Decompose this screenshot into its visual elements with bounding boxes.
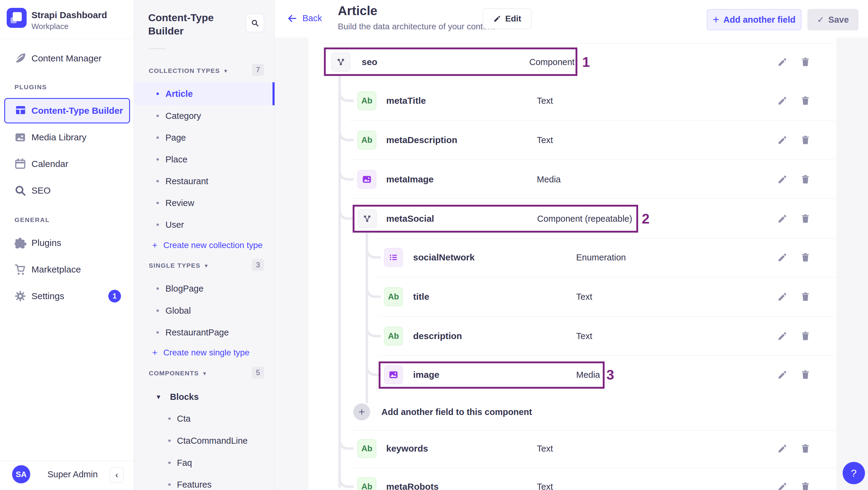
edit-field-icon[interactable] [777, 370, 787, 380]
delete-field-icon[interactable] [800, 331, 810, 341]
app-title: Strapi Dashboard [31, 10, 107, 20]
collapse-sidebar-button[interactable]: ‹ [110, 467, 124, 483]
plus-icon: + [152, 347, 158, 358]
subnav-item-restaurant[interactable]: Restaurant [165, 176, 208, 186]
delete-field-icon[interactable] [800, 370, 810, 380]
help-button[interactable]: ? [843, 462, 865, 484]
edit-field-icon[interactable] [777, 331, 787, 341]
field-row-name[interactable]: metaDescription [386, 135, 457, 145]
sidebar-item-content-manager[interactable]: Content Manager [31, 53, 102, 63]
field-row-name[interactable]: keywords [386, 443, 428, 454]
search-button[interactable] [246, 14, 264, 32]
field-row-type: Enumeration [576, 252, 626, 263]
delete-field-icon[interactable] [800, 443, 810, 454]
subnav-item-blogpage[interactable]: BlogPage [165, 284, 204, 294]
edit-field-icon[interactable] [777, 135, 787, 145]
subnav-item-article[interactable]: Article [165, 89, 193, 99]
divider [149, 49, 166, 49]
sidebar-item-settings[interactable]: Settings [31, 291, 64, 301]
sidebar-item-label: Content-Type Builder [31, 105, 123, 116]
content-type-builder-panel: Content-Type Builder COLLECTION TYPES▾ 7… [134, 0, 275, 490]
sidebar-item-media-library[interactable]: Media Library [31, 132, 87, 143]
subnav-item-category[interactable]: Category [165, 111, 201, 121]
save-button-label: Save [828, 15, 849, 25]
collection-types-count: 7 [252, 64, 264, 76]
sidebar-item-plugins[interactable]: Plugins [31, 238, 61, 248]
chevron-down-icon[interactable]: ▾ [157, 393, 160, 401]
annotation-label-3: 3 [607, 367, 614, 383]
delete-field-icon[interactable] [800, 174, 810, 184]
field-row-name[interactable]: socialNetwork [413, 252, 474, 263]
edit-field-icon[interactable] [777, 96, 787, 106]
subnav-item-place[interactable]: Place [165, 155, 187, 164]
field-row-name[interactable]: metaImage [386, 174, 434, 184]
field-row-name[interactable]: metaTitle [386, 96, 426, 106]
edit-field-icon[interactable] [777, 252, 787, 263]
subnav-item-user[interactable]: User [165, 220, 184, 230]
strapi-logo-shape [13, 12, 22, 21]
single-types-header[interactable]: SINGLE TYPES▾ [149, 262, 208, 269]
strapi-logo[interactable] [7, 8, 27, 28]
text-field-icon: Ab [358, 131, 376, 149]
annotation-label-2: 2 [642, 211, 650, 227]
fields-table: seo Component Ab metaTitle Text Ab metaD… [309, 37, 836, 490]
bullet: • [168, 435, 171, 446]
back-arrow-icon[interactable] [287, 13, 297, 23]
add-component-field-button[interactable]: + [353, 403, 370, 421]
gear-icon [14, 290, 27, 303]
enumeration-field-icon [384, 248, 403, 267]
edit-button[interactable]: Edit [483, 8, 531, 29]
edit-field-icon[interactable] [777, 174, 787, 184]
delete-field-icon[interactable] [800, 214, 810, 224]
bullet: • [156, 306, 159, 316]
subnav-item-page[interactable]: Page [165, 133, 186, 143]
subnav-item-restaurantpage[interactable]: RestaurantPage [165, 328, 229, 338]
edit-button-label: Edit [505, 14, 521, 24]
content-manager-icon [14, 52, 27, 65]
delete-field-icon[interactable] [800, 292, 810, 302]
sidebar-item-calendar[interactable]: Calendar [31, 159, 68, 169]
add-another-field-button[interactable]: + Add another field [707, 9, 802, 30]
subnav-item-global[interactable]: Global [165, 306, 191, 316]
edit-field-icon[interactable] [777, 292, 787, 302]
subnav-item-cta[interactable]: Cta [177, 414, 190, 424]
avatar[interactable]: SA [12, 465, 30, 483]
chevron-down-icon: ▾ [205, 263, 208, 269]
component-category-blocks[interactable]: Blocks [170, 392, 199, 402]
sidebar-item-seo[interactable]: SEO [31, 185, 51, 196]
edit-field-icon[interactable] [777, 214, 787, 224]
field-row-type: Text [537, 482, 553, 490]
add-component-field-label[interactable]: Add another field to this component [381, 407, 532, 417]
field-row-name[interactable]: metaRobots [386, 482, 438, 490]
main-sidebar: Strapi Dashboard Workplace Content Manag… [0, 0, 134, 490]
delete-field-icon[interactable] [800, 57, 810, 67]
field-row-name[interactable]: description [413, 331, 462, 341]
create-single-type-link[interactable]: Create new single type [163, 348, 249, 358]
create-collection-type-link[interactable]: Create new collection type [163, 241, 262, 250]
edit-field-icon[interactable] [777, 482, 787, 490]
edit-field-icon[interactable] [777, 443, 787, 454]
seo-search-icon [14, 184, 27, 197]
save-button[interactable]: ✓ Save [807, 9, 858, 30]
field-row-type: Text [576, 331, 592, 341]
delete-field-icon[interactable] [800, 135, 810, 145]
media-field-icon [358, 170, 376, 189]
delete-field-icon[interactable] [800, 482, 810, 490]
active-indicator [273, 82, 275, 105]
edit-field-icon[interactable] [777, 57, 787, 67]
delete-field-icon[interactable] [800, 252, 810, 263]
subnav-item-features[interactable]: Features [177, 480, 211, 490]
field-row-name[interactable]: title [413, 292, 429, 302]
delete-field-icon[interactable] [800, 96, 810, 106]
page-subtitle: Build the data architecture of your cont… [338, 22, 495, 31]
subnav-item-faq[interactable]: Faq [177, 458, 192, 468]
components-header[interactable]: COMPONENTS▾ [149, 370, 206, 377]
subnav-item-ctacommandline[interactable]: CtaCommandLine [177, 436, 248, 446]
chevron-down-icon: ▾ [203, 370, 206, 376]
subnav-item-review[interactable]: Review [165, 198, 194, 208]
back-link[interactable]: Back [303, 13, 322, 23]
collection-types-header[interactable]: COLLECTION TYPES▾ [149, 67, 227, 74]
bullet: • [156, 198, 159, 208]
subnav-item-article-active[interactable] [134, 82, 275, 105]
sidebar-item-marketplace[interactable]: Marketplace [31, 264, 81, 275]
